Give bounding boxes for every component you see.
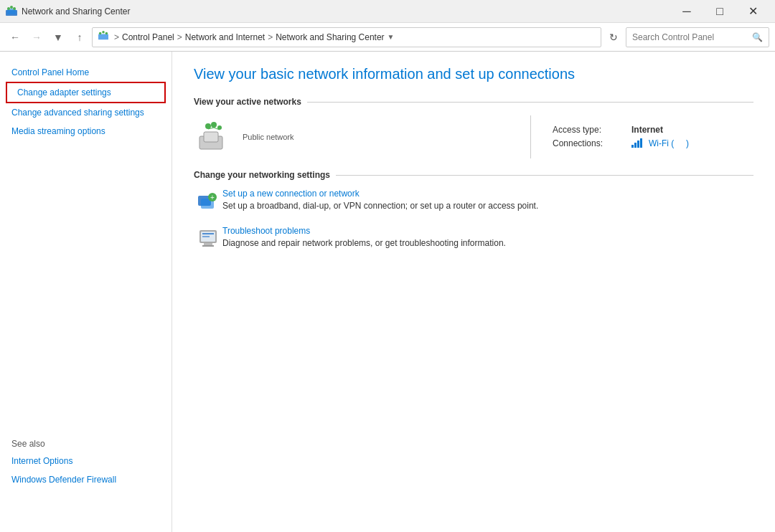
troubleshoot-link[interactable]: Troubleshoot problems bbox=[222, 226, 753, 236]
active-networks-header: View your active networks bbox=[194, 97, 753, 107]
window-title: Network and Sharing Center bbox=[22, 6, 130, 16]
recent-locations-button[interactable]: ▼ bbox=[49, 28, 67, 47]
svg-point-7 bbox=[102, 31, 105, 34]
title-bar-controls: ─ □ ✕ bbox=[670, 0, 769, 23]
svg-point-12 bbox=[211, 122, 217, 128]
path-separator-0: > bbox=[114, 32, 119, 42]
connections-value[interactable]: Wi-Fi ( bbox=[649, 138, 674, 148]
svg-rect-28 bbox=[204, 243, 212, 245]
connections-row: Connections: Wi-Fi ( ) bbox=[553, 138, 753, 150]
networking-settings-divider bbox=[336, 175, 753, 176]
path-dropdown-button[interactable]: ▼ bbox=[386, 33, 396, 41]
svg-rect-26 bbox=[202, 233, 214, 234]
setup-desc: Set up a broadband, dial-up, or VPN conn… bbox=[222, 201, 538, 211]
network-left: Public network bbox=[194, 119, 509, 156]
active-networks-divider bbox=[307, 102, 753, 103]
sidebar-item-windows-firewall[interactable]: Windows Defender Firewall bbox=[0, 470, 172, 489]
svg-rect-18 bbox=[637, 141, 639, 148]
setup-link[interactable]: Set up a new connection or network bbox=[222, 189, 753, 199]
close-button[interactable]: ✕ bbox=[736, 0, 769, 23]
svg-text:+: + bbox=[210, 194, 215, 201]
title-bar-left: Network and Sharing Center bbox=[6, 6, 130, 17]
setup-content: Set up a new connection or network Set u… bbox=[222, 189, 753, 212]
networking-settings-title: Change your networking settings bbox=[194, 170, 330, 180]
app-icon bbox=[6, 6, 17, 17]
network-info-row: Public network Access type: Internet Con… bbox=[194, 115, 753, 158]
path-control-panel[interactable]: Control Panel bbox=[122, 32, 174, 42]
active-networks-title: View your active networks bbox=[194, 97, 301, 107]
back-button[interactable]: ← bbox=[6, 28, 24, 47]
connections-label: Connections: bbox=[553, 138, 631, 148]
svg-point-3 bbox=[10, 6, 13, 9]
search-icon: 🔍 bbox=[752, 32, 763, 42]
up-button[interactable]: ↑ bbox=[70, 28, 89, 47]
networking-settings-section: Change your networking settings + Set up… bbox=[194, 170, 753, 250]
network-divider bbox=[530, 115, 531, 158]
svg-point-2 bbox=[7, 7, 10, 10]
svg-rect-5 bbox=[98, 34, 108, 39]
sidebar-item-change-adapter[interactable]: Change adapter settings bbox=[6, 82, 166, 103]
sidebar-item-control-panel-home[interactable]: Control Panel Home bbox=[0, 63, 172, 82]
troubleshoot-icon bbox=[194, 227, 222, 250]
sidebar-bottom: See also Internet Options Windows Defend… bbox=[0, 430, 172, 489]
sidebar: Control Panel Home Change adapter settin… bbox=[0, 52, 172, 532]
network-type: Public network bbox=[243, 133, 294, 141]
access-type-label: Access type: bbox=[553, 125, 631, 135]
wifi-icon bbox=[631, 138, 646, 150]
svg-rect-29 bbox=[202, 245, 214, 247]
setting-item-setup: + Set up a new connection or network Set… bbox=[194, 189, 753, 213]
network-icon bbox=[194, 119, 228, 156]
minimize-button[interactable]: ─ bbox=[670, 0, 703, 23]
refresh-button[interactable]: ↻ bbox=[604, 28, 623, 47]
sidebar-item-advanced-sharing[interactable]: Change advanced sharing settings bbox=[0, 103, 172, 122]
forward-button[interactable]: → bbox=[27, 28, 46, 47]
sidebar-item-media-streaming[interactable]: Media streaming options bbox=[0, 122, 172, 141]
title-bar: Network and Sharing Center ─ □ ✕ bbox=[0, 0, 775, 23]
sidebar-nav-section: Control Panel Home Change adapter settin… bbox=[0, 63, 172, 141]
svg-point-6 bbox=[99, 32, 102, 35]
main-container: Control Panel Home Change adapter settin… bbox=[0, 52, 775, 532]
svg-rect-17 bbox=[634, 143, 637, 148]
setup-icon: + bbox=[194, 190, 222, 213]
page-title: View your basic network information and … bbox=[194, 66, 753, 82]
path-current: Network and Sharing Center bbox=[276, 32, 384, 42]
search-input[interactable] bbox=[632, 32, 749, 42]
svg-rect-19 bbox=[640, 138, 642, 148]
networking-settings-header: Change your networking settings bbox=[194, 170, 753, 180]
path-icon bbox=[98, 31, 108, 43]
wifi-name-partial bbox=[674, 138, 686, 148]
setting-item-troubleshoot: Troubleshoot problems Diagnose and repai… bbox=[194, 226, 753, 250]
address-path: > Control Panel > Network and Internet >… bbox=[92, 27, 601, 47]
maximize-button[interactable]: □ bbox=[703, 0, 736, 23]
access-type-row: Access type: Internet bbox=[553, 125, 753, 135]
path-network-internet[interactable]: Network and Internet bbox=[185, 32, 265, 42]
svg-point-4 bbox=[13, 7, 16, 10]
path-separator-1: > bbox=[177, 32, 182, 42]
path-separator-2: > bbox=[268, 32, 273, 42]
sidebar-item-internet-options[interactable]: Internet Options bbox=[0, 452, 172, 470]
address-bar: ← → ▼ ↑ > Control Panel > Network and In… bbox=[0, 23, 775, 52]
see-also-label: See also bbox=[0, 436, 172, 452]
troubleshoot-desc: Diagnose and repair network problems, or… bbox=[222, 238, 506, 248]
network-right: Access type: Internet Connections: bbox=[553, 125, 753, 150]
svg-point-8 bbox=[105, 32, 108, 35]
troubleshoot-content: Troubleshoot problems Diagnose and repai… bbox=[222, 226, 753, 250]
content-area: View your basic network information and … bbox=[172, 52, 775, 532]
network-name-block: Public network bbox=[243, 133, 294, 141]
svg-rect-16 bbox=[631, 145, 634, 148]
svg-rect-27 bbox=[202, 236, 210, 237]
access-type-value: Internet bbox=[631, 125, 663, 135]
search-box: 🔍 bbox=[626, 27, 769, 47]
wifi-name-close: ) bbox=[686, 138, 689, 148]
svg-rect-10 bbox=[204, 132, 218, 142]
